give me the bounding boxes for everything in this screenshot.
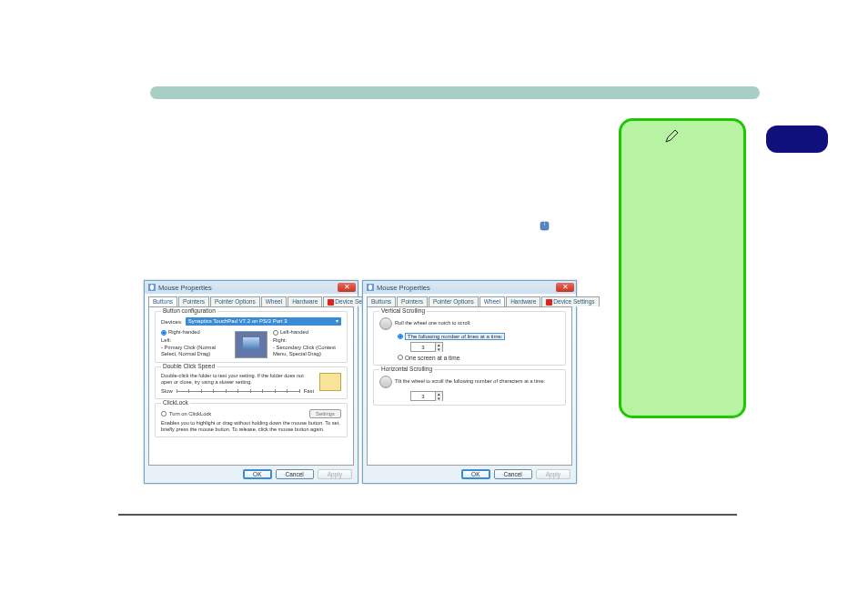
group-vertical-scrolling: Vertical Scrolling Roll the wheel one no… bbox=[373, 311, 566, 366]
tab-body: Button configuration Devices: Synaptics … bbox=[148, 306, 354, 466]
tab-hardware-r[interactable]: Hardware bbox=[506, 296, 540, 306]
tab-pointers[interactable]: Pointers bbox=[178, 296, 209, 306]
ok-button-r[interactable]: OK bbox=[461, 469, 490, 479]
dialog-title-r: Mouse Properties bbox=[377, 284, 430, 292]
spinner-buttons-h[interactable]: ▴▾ bbox=[435, 392, 442, 400]
dialog-titlebar-r: Mouse Properties ✕ bbox=[363, 281, 576, 294]
tab-body-r: Vertical Scrolling Roll the wheel one no… bbox=[367, 306, 572, 466]
right-handed-label: Right-handed bbox=[168, 329, 200, 336]
cancel-button[interactable]: Cancel bbox=[276, 469, 314, 479]
vert-lines-spinner[interactable]: 3 ▴▾ bbox=[410, 342, 443, 352]
devices-label: Devices: bbox=[161, 318, 183, 325]
wheel-horz-icon bbox=[379, 376, 392, 388]
dialog-footer-buttons-r: OK Cancel Apply bbox=[461, 469, 570, 479]
ok-button[interactable]: OK bbox=[243, 469, 271, 479]
mouse-ctrl-icon bbox=[367, 284, 374, 292]
close-button-r[interactable]: ✕ bbox=[556, 283, 574, 292]
group-double-click: Double Click Speed Double-click the fold… bbox=[155, 366, 348, 399]
page-footer-rule bbox=[118, 514, 737, 516]
left-handed-label: Left-handed bbox=[280, 329, 308, 336]
group-clicklock: ClickLock Turn on ClickLock Settings Ena… bbox=[155, 403, 348, 436]
left-desc: - Primary Click (Normal Select, Normal D… bbox=[161, 345, 229, 358]
dcs-desc: Double-click the folder to test your set… bbox=[161, 373, 314, 385]
devices-dropdown[interactable]: Synaptics TouchPad V7.2 on PS/2 Port 3 ▾ bbox=[186, 317, 341, 326]
lines-radio-input[interactable] bbox=[398, 334, 403, 339]
mouse-properties-dialog-buttons: Mouse Properties ✕ Buttons Pointers Poin… bbox=[144, 280, 358, 484]
side-dark-badge bbox=[766, 125, 828, 153]
mouse-thumbnail-image bbox=[235, 331, 267, 358]
tab-pointer-options[interactable]: Pointer Options bbox=[210, 296, 260, 306]
folder-icon[interactable] bbox=[319, 373, 341, 391]
mouse-properties-dialog-wheel: Mouse Properties ✕ Buttons Pointers Poin… bbox=[362, 280, 577, 484]
dcs-slider-row: Slow Fast bbox=[161, 387, 314, 395]
close-button[interactable]: ✕ bbox=[338, 283, 356, 292]
dialog-title: Mouse Properties bbox=[158, 284, 212, 292]
left-handed-radio-input[interactable] bbox=[273, 330, 278, 336]
right-config-col: Left-handed Right: - Secondary Click (Co… bbox=[273, 329, 341, 358]
lines-radio-label: The following number of lines at a time: bbox=[405, 333, 505, 340]
group-legend-cl: ClickLock bbox=[161, 399, 190, 406]
chevron-down-icon: ▾ bbox=[336, 317, 338, 326]
note-callout-box bbox=[619, 118, 746, 418]
horz-desc: Tilt the wheel to scroll the following n… bbox=[395, 378, 545, 385]
right-handed-radio-input[interactable] bbox=[161, 330, 167, 336]
clicklock-checkbox[interactable] bbox=[161, 411, 167, 416]
tab-device-settings-label-r: Device Settings bbox=[553, 298, 594, 305]
tab-device-settings-r[interactable]: Device Settings bbox=[541, 296, 599, 306]
clicklock-settings-button[interactable]: Settings bbox=[309, 409, 341, 418]
group-legend-vs: Vertical Scrolling bbox=[379, 307, 427, 314]
dcs-fast: Fast bbox=[304, 388, 314, 394]
group-legend: Button configuration bbox=[161, 307, 217, 314]
wheel-vert-icon bbox=[379, 317, 392, 330]
dialog-titlebar: Mouse Properties ✕ bbox=[145, 281, 358, 294]
right-handed-radio[interactable]: Right-handed bbox=[161, 329, 229, 336]
devices-row: Devices: Synaptics TouchPad V7.2 on PS/2… bbox=[161, 317, 341, 326]
tab-strip-r: Buttons Pointers Pointer Options Wheel H… bbox=[367, 296, 572, 306]
screen-radio-input[interactable] bbox=[398, 355, 403, 360]
screen-radio-label: One screen at a time bbox=[405, 355, 459, 361]
group-legend-dcs: Double Click Speed bbox=[161, 363, 217, 369]
horz-chars-spinner[interactable]: 3 ▴▾ bbox=[410, 391, 443, 401]
mouse-icon bbox=[540, 221, 550, 231]
tab-buttons[interactable]: Buttons bbox=[148, 296, 177, 306]
thumb-col bbox=[233, 329, 269, 358]
right-desc: - Secondary Click (Context Menu, Special… bbox=[273, 345, 341, 358]
clicklock-desc: Enables you to highlight or drag without… bbox=[161, 420, 341, 432]
tab-buttons-r[interactable]: Buttons bbox=[367, 296, 396, 306]
vert-lines-value: 3 bbox=[411, 343, 435, 351]
clicklock-label: Turn on ClickLock bbox=[169, 411, 211, 416]
cancel-button-r[interactable]: Cancel bbox=[494, 469, 532, 479]
section-header-pill bbox=[150, 86, 760, 99]
pen-icon bbox=[664, 129, 679, 144]
group-legend-hs: Horizontal Scrolling bbox=[379, 366, 434, 372]
dcs-slider[interactable] bbox=[177, 387, 300, 395]
right-title: Right: bbox=[273, 337, 341, 345]
tab-wheel[interactable]: Wheel bbox=[261, 296, 287, 306]
group-button-config: Button configuration Devices: Synaptics … bbox=[155, 311, 348, 363]
vert-desc: Roll the wheel one notch to scroll: bbox=[395, 320, 471, 326]
synaptics-icon bbox=[328, 299, 334, 306]
tab-pointers-r[interactable]: Pointers bbox=[397, 296, 428, 306]
left-config-col: Right-handed Left: - Primary Click (Norm… bbox=[161, 329, 229, 358]
horz-chars-value: 3 bbox=[411, 392, 435, 400]
mouse-ctrl-icon bbox=[148, 284, 156, 292]
group-horizontal-scrolling: Horizontal Scrolling Tilt the wheel to s… bbox=[373, 369, 566, 406]
devices-value: Synaptics TouchPad V7.2 on PS/2 Port 3 bbox=[188, 317, 288, 326]
left-title: Left: bbox=[161, 337, 229, 345]
chevron-down-icon: ▾ bbox=[435, 347, 442, 352]
chevron-down-icon: ▾ bbox=[435, 396, 442, 401]
apply-button[interactable]: Apply bbox=[318, 469, 352, 479]
spinner-buttons[interactable]: ▴▾ bbox=[435, 343, 442, 351]
tab-hardware[interactable]: Hardware bbox=[288, 296, 322, 306]
apply-button-r[interactable]: Apply bbox=[536, 469, 570, 479]
tab-strip: Buttons Pointers Pointer Options Wheel H… bbox=[148, 296, 354, 306]
dcs-slow: Slow bbox=[161, 388, 173, 394]
left-handed-radio[interactable]: Left-handed bbox=[273, 329, 341, 336]
clicklock-checkbox-row: Turn on ClickLock bbox=[161, 411, 211, 416]
lines-radio[interactable]: The following number of lines at a time: bbox=[398, 333, 560, 340]
synaptics-icon bbox=[546, 299, 552, 306]
tab-wheel-r[interactable]: Wheel bbox=[479, 296, 505, 306]
tab-pointer-options-r[interactable]: Pointer Options bbox=[429, 296, 479, 306]
screen-radio[interactable]: One screen at a time bbox=[398, 355, 560, 361]
dialog-footer-buttons: OK Cancel Apply bbox=[243, 469, 352, 479]
